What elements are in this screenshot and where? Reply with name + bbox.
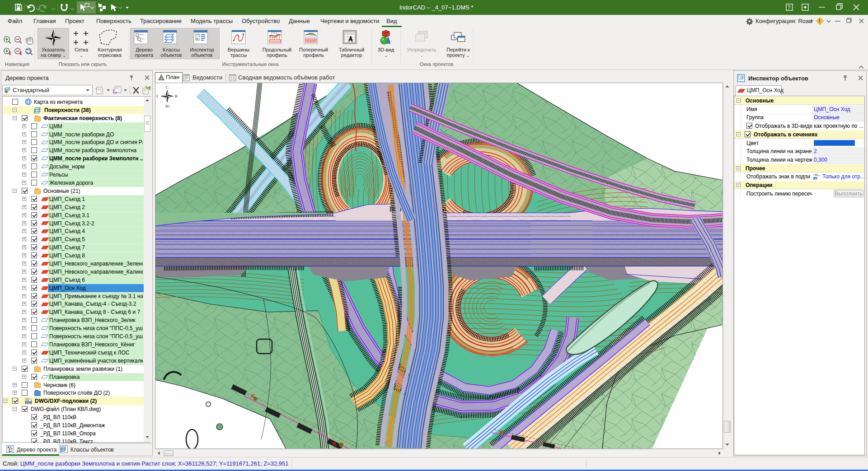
svg-text:*: *: [98, 2, 100, 7]
svg-text:-10: -10: [814, 177, 818, 180]
svg-text:С: С: [166, 85, 169, 89]
svg-text:-10: -10: [814, 173, 818, 176]
svg-text:З: З: [156, 94, 158, 98]
svg-text:Конфигурация: Road: Конфигурация: Road: [755, 18, 812, 24]
svg-text:DWG: DWG: [26, 402, 31, 404]
svg-text:!: !: [819, 19, 821, 24]
svg-text:В: В: [175, 94, 178, 98]
svg-text:2 3 2: 2 3 2: [271, 32, 277, 34]
svg-text:Ю: Ю: [165, 104, 169, 108]
svg-text:?: ?: [788, 5, 790, 10]
